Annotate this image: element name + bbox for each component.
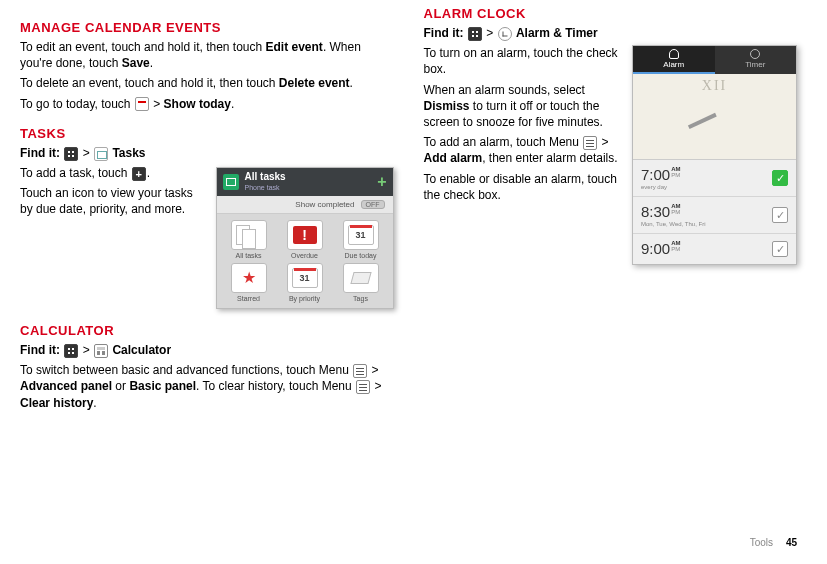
alarm-row[interactable]: 8:30AMPM Mon, Tue, Wed, Thu, Fri	[633, 197, 796, 234]
heading-manage-calendar: MANAGE CALENDAR EVENTS	[20, 20, 394, 35]
findit-tasks: Find it: > Tasks	[20, 145, 394, 161]
alarm-time: 7:00	[641, 166, 670, 183]
para-enable-disable-alarm: To enable or disable an alarm, touch the…	[424, 171, 634, 203]
heading-tasks: TASKS	[20, 126, 394, 141]
show-completed-toggle[interactable]: OFF	[361, 200, 385, 209]
apps-icon	[64, 344, 78, 358]
clock-face	[633, 74, 796, 160]
footer-section: Tools	[750, 537, 773, 548]
filter-all-tasks[interactable]: All tasks	[223, 220, 275, 259]
tasks-header-subtitle: Phone task	[245, 184, 280, 191]
heading-alarm-clock: ALARM CLOCK	[424, 6, 798, 21]
show-completed-label: Show completed	[295, 200, 354, 209]
page-number: 45	[786, 537, 797, 548]
findit-calculator: Find it: > Calculator	[20, 342, 394, 358]
bell-icon	[669, 49, 679, 59]
filter-due-today[interactable]: Due today	[335, 220, 387, 259]
filter-overdue[interactable]: Overdue	[279, 220, 331, 259]
alarm-row[interactable]: 7:00AMPM every day	[633, 160, 796, 197]
alarm-checkbox[interactable]	[772, 241, 788, 257]
tasks-widget-header[interactable]: All tasks Phone task +	[217, 168, 393, 196]
heading-calculator: CALCULATOR	[20, 323, 394, 338]
apps-icon	[64, 147, 78, 161]
tab-timer[interactable]: Timer	[715, 46, 797, 74]
alarm-time: 9:00	[641, 240, 670, 257]
add-task-button[interactable]: +	[377, 173, 386, 191]
menu-icon	[356, 380, 370, 394]
plus-icon	[132, 167, 146, 181]
para-dismiss-alarm: When an alarm sounds, select Dismiss to …	[424, 82, 634, 131]
para-delete-event: To delete an event, touch and hold it, t…	[20, 75, 394, 91]
filter-tags[interactable]: Tags	[335, 263, 387, 302]
apps-icon	[468, 27, 482, 41]
tab-alarm[interactable]: Alarm	[633, 46, 715, 74]
alarm-days: Mon, Tue, Wed, Thu, Fri	[641, 221, 705, 227]
menu-icon	[353, 364, 367, 378]
alarm-time: 8:30	[641, 203, 670, 220]
page-footer: Tools 45	[750, 537, 797, 548]
tasks-icon	[94, 147, 108, 161]
tasks-header-title: All tasks	[245, 171, 286, 182]
show-completed-row[interactable]: Show completed OFF	[217, 196, 393, 214]
alarm-icon	[498, 27, 512, 41]
alarm-row[interactable]: 9:00AMPM	[633, 234, 796, 264]
para-show-today: To go to today, touch > Show today.	[20, 96, 394, 112]
filter-starred[interactable]: Starred	[223, 263, 275, 302]
para-calculator: To switch between basic and advanced fun…	[20, 362, 394, 411]
para-add-alarm: To add an alarm, touch Menu > Add alarm,…	[424, 134, 634, 166]
alarm-checkbox[interactable]	[772, 170, 788, 186]
menu-icon	[583, 136, 597, 150]
findit-alarm: Find it: > Alarm & Timer	[424, 25, 798, 41]
calendar-icon	[135, 97, 149, 111]
para-turn-on-alarm: To turn on an alarm, touch the check box…	[424, 45, 634, 77]
tasks-widget: All tasks Phone task + Show completed OF…	[216, 167, 394, 309]
alarm-widget: Alarm Timer 7:00AMPM every day 8:30AMPM …	[632, 45, 797, 265]
alarm-checkbox[interactable]	[772, 207, 788, 223]
filter-by-priority[interactable]: By priority	[279, 263, 331, 302]
tasks-app-icon	[223, 174, 239, 190]
alarm-days: every day	[641, 184, 681, 190]
timer-icon	[750, 49, 760, 59]
calculator-icon	[94, 344, 108, 358]
para-edit-event: To edit an event, touch and hold it, the…	[20, 39, 394, 71]
